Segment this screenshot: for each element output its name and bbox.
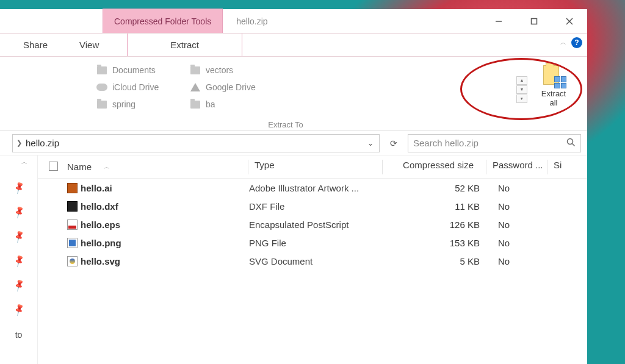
- file-type: DXF File: [249, 201, 388, 212]
- file-type: Adobe Illustrator Artwork ...: [249, 183, 388, 193]
- pin-icon[interactable]: 📌: [12, 229, 26, 243]
- dest-label: vectors: [206, 65, 233, 75]
- extract-all-icon: [541, 63, 566, 88]
- file-compressed-size: 153 KB: [388, 238, 492, 248]
- address-path[interactable]: hello.zip: [26, 138, 366, 148]
- minimize-button[interactable]: [481, 9, 516, 34]
- pin-icon[interactable]: 📌: [12, 205, 26, 218]
- dest-label: Google Drive: [206, 82, 256, 92]
- tab-view[interactable]: View: [63, 34, 115, 56]
- file-type-icon: [67, 183, 81, 193]
- ribbon-group-label: Extract To: [96, 120, 475, 129]
- collapse-ribbon-button[interactable]: ︿: [560, 38, 566, 47]
- address-history-dropdown[interactable]: ⌄: [366, 139, 375, 148]
- folder-icon: [96, 65, 107, 76]
- dest-vectors[interactable]: vectors: [190, 62, 375, 79]
- help-icon[interactable]: ?: [571, 37, 582, 48]
- refresh-button[interactable]: ⟳: [386, 138, 402, 148]
- file-row[interactable]: hello.dxfDXF File11 KBNo: [38, 197, 587, 215]
- window-title: hello.zip: [236, 16, 267, 26]
- title-bar[interactable]: Compressed Folder Tools hello.zip: [0, 9, 587, 34]
- column-header-type[interactable]: Type: [248, 160, 382, 174]
- extract-all-label: Extractall: [541, 90, 566, 108]
- svg-rect-1: [532, 19, 537, 24]
- file-type-icon: [67, 219, 81, 230]
- file-row[interactable]: hello.epsEncapsulated PostScript126 KBNo: [38, 215, 587, 234]
- file-password: No: [492, 219, 553, 230]
- file-type-icon: [67, 256, 81, 266]
- maximize-button[interactable]: [516, 9, 552, 34]
- extract-all-button[interactable]: Extractall: [531, 59, 576, 130]
- column-header-password[interactable]: Password ...: [486, 160, 547, 174]
- file-type: PNG File: [249, 238, 388, 248]
- address-bar[interactable]: ❯ hello.zip ⌄: [12, 134, 380, 152]
- file-type-icon: [67, 238, 81, 248]
- file-row[interactable]: hello.svgSVG Document5 KBNo: [38, 252, 587, 270]
- dest-documents[interactable]: Documents: [96, 62, 186, 79]
- svg-line-5: [573, 143, 575, 146]
- dest-icloud-drive[interactable]: iCloud Drive: [96, 79, 186, 96]
- file-list-pane: Name ︿ Type Compressed size Password ...…: [38, 155, 587, 364]
- file-name[interactable]: hello.eps: [81, 219, 249, 230]
- file-list[interactable]: hello.aiAdobe Illustrator Artwork ...52 …: [38, 179, 587, 270]
- pin-icon[interactable]: 📌: [12, 278, 26, 291]
- address-bar-row: ❯ hello.zip ⌄ ⟳ Search hello.zip: [0, 131, 587, 155]
- search-icon[interactable]: [566, 138, 576, 149]
- dest-google-drive[interactable]: Google Drive: [190, 79, 375, 96]
- file-password: No: [492, 183, 553, 193]
- destination-gallery-spinner: ▲ ▼ ▾: [516, 59, 531, 130]
- file-password: No: [492, 201, 553, 212]
- cloud-icon: [96, 82, 107, 93]
- explorer-window: Compressed Folder Tools hello.zip Share …: [0, 9, 587, 364]
- ribbon-extract: Documents iCloud Drive spring vectors Go…: [0, 57, 587, 131]
- file-name[interactable]: hello.png: [81, 238, 249, 248]
- window-controls: [481, 9, 587, 34]
- nav-collapse-caret[interactable]: ︿: [21, 158, 37, 168]
- dest-ba[interactable]: ba: [190, 96, 375, 113]
- content-area: ︿ 📌 📌 📌 📌 📌 📌 to Name ︿ Type Compressed …: [0, 155, 587, 364]
- column-header-size[interactable]: Si: [547, 160, 565, 174]
- file-name[interactable]: hello.svg: [81, 256, 249, 266]
- pin-icon[interactable]: 📌: [12, 180, 26, 194]
- file-type: SVG Document: [249, 256, 388, 266]
- file-name[interactable]: hello.ai: [81, 183, 249, 193]
- dest-label: Documents: [112, 65, 156, 75]
- gallery-more-button[interactable]: ▾: [516, 95, 527, 103]
- file-compressed-size: 52 KB: [388, 183, 492, 193]
- folder-icon: [190, 65, 201, 76]
- file-name[interactable]: hello.dxf: [81, 201, 249, 212]
- ribbon-tabs: Share View Extract ︿ ?: [0, 34, 587, 57]
- tab-share[interactable]: Share: [7, 34, 63, 56]
- file-password: No: [492, 256, 553, 266]
- column-headers: Name ︿ Type Compressed size Password ...…: [38, 155, 587, 179]
- navigation-pane[interactable]: ︿ 📌 📌 📌 📌 📌 📌 to: [0, 155, 38, 364]
- search-box[interactable]: Search hello.zip: [408, 134, 581, 152]
- column-header-name[interactable]: Name ︿: [67, 162, 248, 172]
- file-row[interactable]: hello.aiAdobe Illustrator Artwork ...52 …: [38, 179, 587, 197]
- file-compressed-size: 5 KB: [388, 256, 492, 266]
- file-type: Encapsulated PostScript: [249, 219, 388, 230]
- file-compressed-size: 11 KB: [388, 201, 492, 212]
- dest-spring[interactable]: spring: [96, 96, 186, 113]
- search-placeholder: Search hello.zip: [413, 138, 566, 148]
- file-type-icon: [67, 201, 81, 212]
- pin-icon[interactable]: 📌: [12, 254, 26, 267]
- close-button[interactable]: [552, 9, 587, 34]
- file-row[interactable]: hello.pngPNG File153 KBNo: [38, 234, 587, 252]
- chevron-right-icon[interactable]: ❯: [16, 139, 22, 147]
- tab-extract[interactable]: Extract: [127, 34, 242, 56]
- dest-label: ba: [206, 99, 215, 109]
- sort-ascending-icon: ︿: [104, 163, 110, 171]
- file-password: No: [492, 238, 553, 248]
- dest-label: iCloud Drive: [112, 82, 159, 92]
- folder-icon: [190, 99, 201, 110]
- gallery-scroll-down-button[interactable]: ▼: [516, 85, 527, 94]
- folder-icon: [96, 99, 107, 110]
- pin-icon[interactable]: 📌: [12, 302, 26, 316]
- svg-point-4: [568, 138, 573, 144]
- nav-item-fragment[interactable]: to: [15, 330, 23, 340]
- contextual-tab-compressed-folder-tools[interactable]: Compressed Folder Tools: [103, 9, 223, 33]
- select-all-checkbox[interactable]: [49, 162, 67, 173]
- gallery-scroll-up-button[interactable]: ▲: [516, 76, 527, 85]
- column-header-compressed-size[interactable]: Compressed size: [382, 160, 486, 174]
